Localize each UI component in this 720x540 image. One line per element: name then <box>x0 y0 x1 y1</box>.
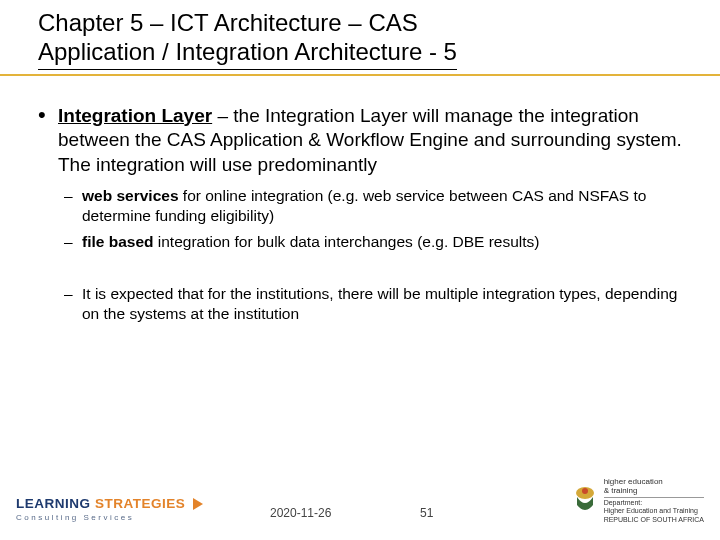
slide-footer: LEARNING STRATEGIES Consulting Services … <box>0 484 720 532</box>
sub-bullet-item: It is expected that for the institutions… <box>82 284 684 324</box>
dept-line-1: higher education <box>604 477 663 486</box>
logo-word-1: LEARNING <box>16 496 91 511</box>
logo-text-block: LEARNING STRATEGIES Consulting Services <box>16 494 185 522</box>
dept-line-2: & training <box>604 486 638 495</box>
sub-bullet-item: file based integration for bulk data int… <box>82 232 684 252</box>
dept-line-4: Higher Education and Training <box>604 507 698 514</box>
sub-rest: integration for bulk data interchanges (… <box>154 233 540 250</box>
sub-bullet-list: web services for online integration (e.g… <box>58 186 684 252</box>
sub-bullet-item: web services for online integration (e.g… <box>82 186 684 226</box>
sub-rest: It is expected that for the institutions… <box>82 285 677 322</box>
sub-bold: web services <box>82 187 179 204</box>
sub-bold: file based <box>82 233 154 250</box>
spacer <box>58 258 684 276</box>
logo-right: higher education & training Department: … <box>572 477 704 524</box>
slide-title: Chapter 5 – ICT Architecture – CAS Appli… <box>38 8 457 70</box>
slide-header: Chapter 5 – ICT Architecture – CAS Appli… <box>0 0 720 76</box>
bullet-lead-bold: Integration Layer <box>58 105 212 126</box>
logo-word-2: STRATEGIES <box>95 496 185 511</box>
svg-point-1 <box>582 488 588 494</box>
bullet-list: Integration Layer – the Integration Laye… <box>36 104 684 325</box>
title-line-1: Chapter 5 – ICT Architecture – CAS <box>38 9 418 36</box>
dept-line-5: REPUBLIC OF SOUTH AFRICA <box>604 516 704 523</box>
title-line-2: Application / Integration Architecture -… <box>38 38 457 65</box>
coat-of-arms-icon <box>572 485 598 515</box>
logo-left: LEARNING STRATEGIES Consulting Services <box>16 494 203 522</box>
footer-date: 2020-11-26 <box>270 506 331 520</box>
department-text: higher education & training Department: … <box>604 477 704 524</box>
bullet-item: Integration Layer – the Integration Laye… <box>58 104 684 325</box>
slide-body: Integration Layer – the Integration Laye… <box>0 76 720 325</box>
footer-page-number: 51 <box>420 506 433 520</box>
dept-line-3: Department: <box>604 499 643 506</box>
sub-bullet-list-2: It is expected that for the institutions… <box>58 284 684 324</box>
logo-subtitle: Consulting Services <box>16 513 185 522</box>
arrow-icon <box>193 498 203 510</box>
